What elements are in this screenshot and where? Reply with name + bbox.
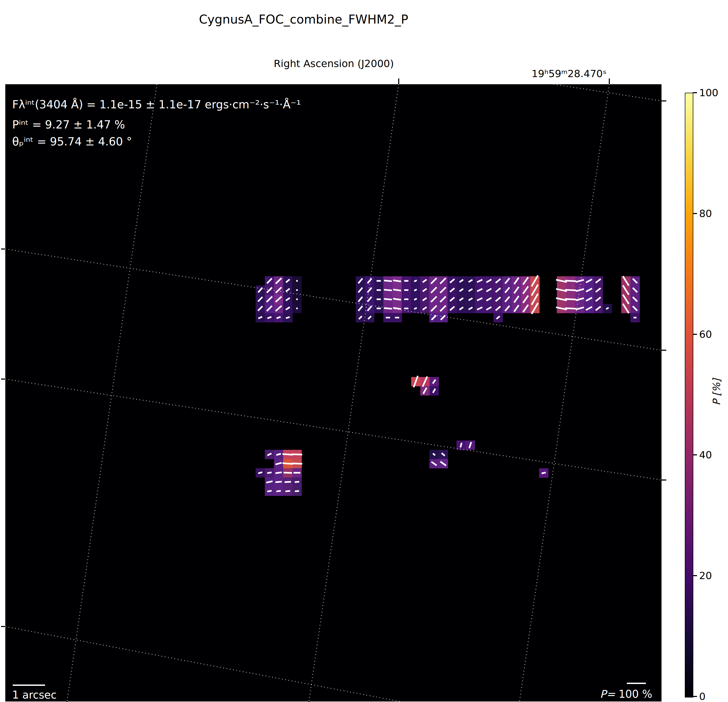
polarization-vector — [414, 290, 417, 291]
colorbar-tick — [693, 334, 697, 335]
polarization-scalebar-label: P= 100 % — [572, 688, 652, 700]
polarization-vector — [414, 308, 417, 309]
colorbar-tick-label: 100 — [699, 87, 718, 99]
polarization-vector — [267, 491, 272, 491]
colorbar-tick-label: 40 — [699, 449, 712, 461]
polarization-vector — [292, 463, 302, 464]
angle-annotation: θₚⁱⁿᵗ = 95.74 ± 4.60 ° — [12, 135, 132, 148]
polarization-scalebar-math: P= — [600, 688, 615, 700]
polarization-vector — [393, 308, 401, 309]
left-axis-tick — [1, 626, 5, 627]
polarization-vector — [542, 472, 546, 474]
polarization-vector — [565, 308, 576, 309]
polarization-vector — [393, 290, 401, 290]
right-axis-tick — [662, 100, 666, 101]
polarization-vector — [283, 472, 292, 473]
polarization-annotation: Pⁱⁿᵗ = 9.27 ± 1.47 % — [12, 118, 125, 131]
colorbar-tick — [693, 92, 697, 93]
polarization-vector — [384, 280, 392, 281]
polarization-map-plot — [5, 84, 662, 702]
flux-annotation: Fλⁱⁿᵗ(3404 Å) = 1.1e-15 ± 1.1e-17 ergs·c… — [12, 98, 301, 111]
right-axis-tick — [662, 480, 666, 481]
polarization-vector — [565, 290, 576, 290]
polarization-vector — [276, 472, 282, 473]
polarization-scalebar-value: 100 % — [615, 688, 652, 700]
polarization-vector — [393, 299, 401, 300]
polarization-vector — [295, 482, 299, 482]
ra-axis-label: Right Ascension (J2000) — [228, 58, 440, 69]
colorbar-tick-label: 60 — [699, 328, 712, 340]
polarization-vector — [384, 290, 392, 290]
polarization-vector — [285, 491, 290, 491]
polarization-vector — [414, 280, 417, 282]
ra-tick-label: 19ʰ59ᵐ28.470ˢ — [516, 68, 622, 79]
left-axis-tick — [1, 248, 5, 250]
colorbar-tick-label: 20 — [699, 569, 712, 582]
polarization-vector — [285, 482, 291, 482]
arcsec-scalebar — [13, 685, 45, 686]
figure-page: CygnusA_FOC_combine_FWHM2_P Right Ascens… — [0, 0, 728, 702]
polarization-vector — [384, 299, 392, 300]
colorbar-tick — [693, 213, 697, 214]
polarization-vector — [282, 454, 293, 455]
top-axis-tick — [398, 78, 399, 84]
right-axis-tick — [662, 350, 666, 351]
colorbar-tick — [693, 575, 697, 576]
polarization-vector — [384, 308, 392, 309]
colorbar-gradient — [685, 93, 693, 698]
polarization-vector — [258, 472, 262, 474]
figure-title: CygnusA_FOC_combine_FWHM2_P — [171, 12, 436, 26]
polarization-vector — [267, 472, 272, 473]
polarization-scalebar — [627, 683, 646, 684]
plot-background — [5, 84, 662, 702]
polarization-vector — [393, 280, 401, 281]
colorbar-axis-label: P [%] — [711, 379, 722, 406]
colorbar-tick-label: 80 — [699, 207, 712, 220]
polarization-vector — [292, 454, 302, 455]
polarization-vector — [276, 482, 282, 482]
left-axis-tick — [1, 378, 5, 380]
polarization-vector — [414, 299, 417, 300]
colorbar-tick — [693, 696, 697, 697]
polarization-vector — [282, 463, 293, 464]
colorbar-tick — [693, 454, 697, 455]
colorbar-tick-label: 0 — [699, 690, 705, 702]
top-axis-tick — [609, 78, 610, 84]
polarization-vector — [276, 491, 281, 491]
polarization-vector — [565, 280, 576, 281]
arcsec-scalebar-label: 1 arcsec — [12, 689, 57, 701]
polarization-vector — [565, 299, 576, 300]
